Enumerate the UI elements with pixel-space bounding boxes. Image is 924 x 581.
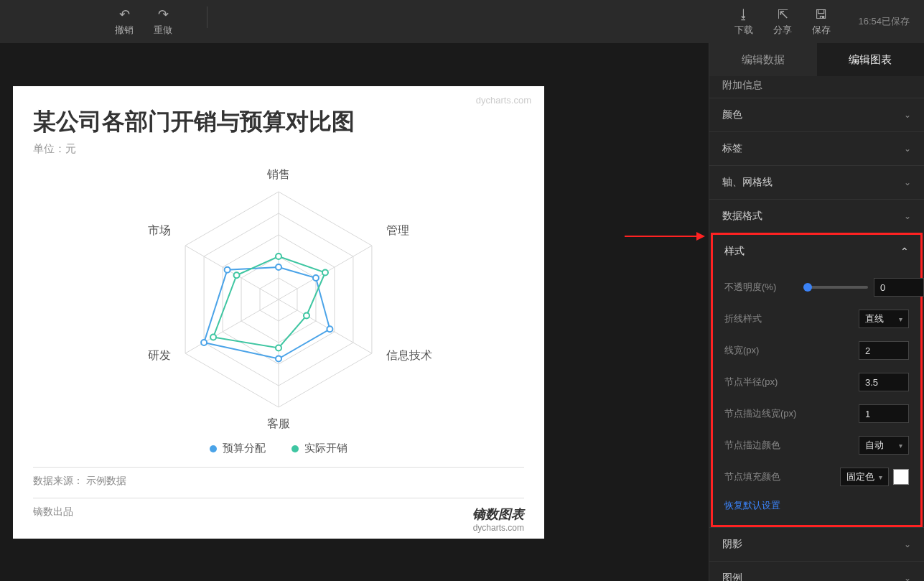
watermark: dycharts.com xyxy=(476,95,531,106)
node-radius-label: 节点半径(px) xyxy=(724,376,803,389)
radar-chart: 销售 管理 信息技术 客服 研发 市场 xyxy=(33,163,524,436)
svg-point-12 xyxy=(313,275,319,281)
download-label: 下载 xyxy=(734,24,753,37)
axis-label-4: 研发 xyxy=(148,348,171,363)
redo-button[interactable]: ↷ 重做 xyxy=(154,6,172,37)
undo-button[interactable]: ↶ 撤销 xyxy=(115,6,134,37)
svg-point-15 xyxy=(201,340,207,345)
legend-item-budget[interactable]: 预算分配 xyxy=(210,442,266,455)
share-button[interactable]: ⇱ 分享 xyxy=(773,6,792,37)
legend-dot-icon xyxy=(291,445,299,452)
prop-node-border-width: 节点描边线宽(px) 1 xyxy=(724,404,909,423)
opacity-label: 不透明度(%) xyxy=(724,281,803,294)
annotation-arrow xyxy=(625,236,704,237)
redo-label: 重做 xyxy=(154,24,172,37)
chevron-down-icon: ⌄ xyxy=(904,110,911,120)
chevron-down-icon: ⌄ xyxy=(904,177,911,187)
section-data-format[interactable]: 数据格式 ⌄ xyxy=(709,199,924,233)
section-style-header[interactable]: 样式 ⌃ xyxy=(724,242,909,265)
brand-cn: 镝数图表 xyxy=(472,506,524,523)
svg-point-16 xyxy=(225,267,230,273)
radar-svg xyxy=(157,177,401,422)
chevron-down-icon: ▾ xyxy=(899,442,902,450)
svg-point-19 xyxy=(304,313,309,319)
chart-footer: 镝数出品 镝数图表 dycharts.com xyxy=(33,498,524,533)
undo-label: 撤销 xyxy=(115,24,134,37)
reset-default-link[interactable]: 恢复默认设置 xyxy=(724,499,909,512)
svg-point-13 xyxy=(327,326,332,332)
right-panel: 编辑数据 编辑图表 附加信息 颜色 ⌄ 标签 ⌄ 轴、网格线 ⌄ 数据格式 ⌄ … xyxy=(709,43,924,581)
node-radius-input[interactable]: 3.5 xyxy=(859,373,909,391)
section-shadow[interactable]: 阴影 ⌄ xyxy=(709,527,924,561)
section-shadow-label: 阴影 xyxy=(722,538,742,551)
node-fill-color-select[interactable]: 固定色 ▾ xyxy=(840,468,889,486)
section-legend[interactable]: 图例 ⌄ xyxy=(709,561,924,581)
svg-line-10 xyxy=(185,246,279,299)
nodes-budget xyxy=(201,264,332,362)
section-style: 样式 ⌃ 不透明度(%) 0 折线样式 直线 ▾ 线宽(px) 2 节点半径(p… xyxy=(711,233,923,527)
axis-label-5: 市场 xyxy=(148,223,171,238)
redo-icon: ↷ xyxy=(158,6,169,22)
prop-node-border-color: 节点描边颜色 自动 ▾ xyxy=(724,436,909,455)
source-label: 数据来源： xyxy=(33,475,83,486)
prop-node-radius: 节点半径(px) 3.5 xyxy=(724,373,909,391)
line-style-value: 直线 xyxy=(865,312,884,325)
tab-edit-chart[interactable]: 编辑图表 xyxy=(817,43,925,76)
chevron-down-icon: ⌄ xyxy=(904,573,911,581)
download-icon: ⭳ xyxy=(737,7,750,22)
node-border-color-select[interactable]: 自动 ▾ xyxy=(859,436,909,455)
svg-point-22 xyxy=(234,272,240,278)
brand-en: dycharts.com xyxy=(472,523,524,533)
data-source: 数据来源： 示例数据 xyxy=(33,467,524,488)
legend-item-actual[interactable]: 实际开销 xyxy=(291,442,347,455)
section-axis-grid[interactable]: 轴、网格线 ⌄ xyxy=(709,165,924,199)
legend-label-budget: 预算分配 xyxy=(223,442,266,455)
svg-point-18 xyxy=(322,270,328,276)
chevron-down-icon: ⌄ xyxy=(904,144,911,154)
panel-tabs: 编辑数据 编辑图表 xyxy=(709,43,924,76)
node-fill-color-swatch[interactable] xyxy=(893,469,909,485)
line-style-select[interactable]: 直线 ▾ xyxy=(859,310,909,328)
chevron-up-icon: ⌃ xyxy=(900,246,909,257)
chart-card: dycharts.com 某公司各部门开销与预算对比图 单位：元 xyxy=(13,86,544,539)
save-icon: 🖫 xyxy=(815,7,828,22)
node-border-color-label: 节点描边颜色 xyxy=(724,439,803,452)
download-button[interactable]: ⭳ 下载 xyxy=(734,7,753,37)
chevron-down-icon: ▾ xyxy=(879,473,882,481)
line-width-label: 线宽(px) xyxy=(724,344,803,357)
prop-line-style: 折线样式 直线 ▾ xyxy=(724,310,909,328)
share-label: 分享 xyxy=(773,24,792,37)
save-button[interactable]: 🖫 保存 xyxy=(812,7,831,37)
line-style-label: 折线样式 xyxy=(724,312,803,325)
svg-line-7 xyxy=(279,299,372,353)
tab-edit-data[interactable]: 编辑数据 xyxy=(709,43,817,76)
axis-label-0: 销售 xyxy=(267,167,290,182)
source-value: 示例数据 xyxy=(86,475,126,486)
legend-label-actual: 实际开销 xyxy=(304,442,347,455)
svg-point-11 xyxy=(276,264,281,270)
legend: 预算分配 实际开销 xyxy=(33,442,524,455)
prop-node-fill-color: 节点填充颜色 固定色 ▾ xyxy=(724,468,909,486)
chart-subtitle: 单位：元 xyxy=(33,142,524,156)
axis-label-2: 信息技术 xyxy=(386,348,432,363)
chevron-down-icon: ⌄ xyxy=(904,211,911,221)
node-border-width-input[interactable]: 1 xyxy=(859,404,909,423)
section-axis-label: 轴、网格线 xyxy=(722,176,773,189)
svg-point-21 xyxy=(210,335,216,340)
svg-point-20 xyxy=(276,345,281,351)
chevron-down-icon: ⌄ xyxy=(904,539,911,549)
prop-line-width: 线宽(px) 2 xyxy=(724,341,909,360)
section-color[interactable]: 颜色 ⌄ xyxy=(709,98,924,131)
section-color-label: 颜色 xyxy=(722,108,742,121)
line-width-input[interactable]: 2 xyxy=(859,341,909,360)
save-status: 16:54已保存 xyxy=(858,15,910,28)
node-fill-color-label: 节点填充颜色 xyxy=(724,470,803,483)
svg-point-14 xyxy=(276,356,281,362)
section-label[interactable]: 标签 ⌄ xyxy=(709,131,924,165)
prop-opacity: 不透明度(%) 0 xyxy=(724,278,909,297)
opacity-slider[interactable] xyxy=(803,286,868,289)
node-fill-color-value: 固定色 xyxy=(846,470,874,483)
svg-point-17 xyxy=(276,254,281,259)
legend-dot-icon xyxy=(210,445,217,452)
opacity-value[interactable]: 0 xyxy=(874,278,924,297)
